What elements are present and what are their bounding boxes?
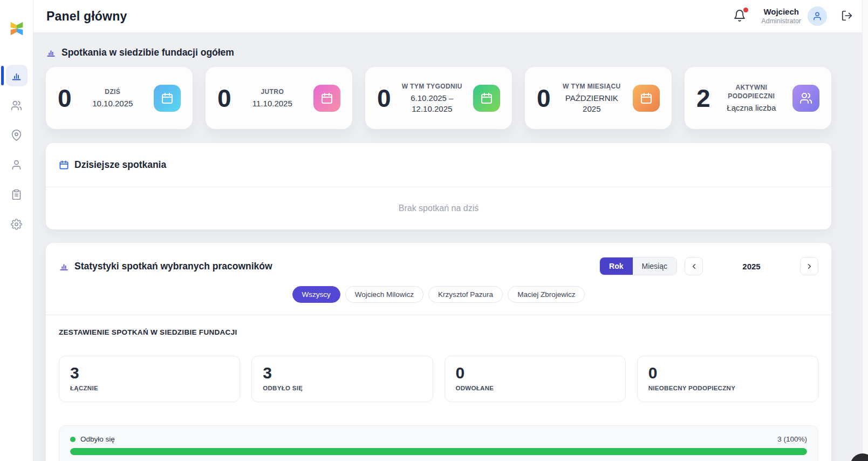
filter-chip-employee[interactable]: Maciej Zbrojewicz [508,286,585,303]
stat-value: 0 [537,84,551,113]
stat-label: JUTRO [237,87,308,96]
user-name: Wojciech [761,7,801,17]
sidebar-item-profile[interactable] [6,154,28,175]
summary-title: ZESTAWIENIE SPOTKAŃ W SIEDZIBIE FUNDACJI [59,328,818,336]
section-title: Statystyki spotkań wybranych pracowników [74,261,272,272]
bar-chart-icon [46,48,56,58]
calendar-icon [473,85,500,112]
summary-value: 3 [70,364,229,382]
user-role: Administrator [761,17,801,26]
summary-cards-row: 3 ŁĄCZNIE 3 ODBYŁO SIĘ 0 ODWOŁANE [59,356,818,402]
summary-value: 0 [648,364,807,382]
avatar[interactable] [808,6,827,26]
notification-dot [743,8,748,12]
map-pin-icon [11,130,22,141]
main-column: Panel główny Wojciech Administrator [33,0,868,461]
stats-header: Statystyki spotkań wybranych pracowników [59,261,272,272]
stat-label: DZIŚ [77,87,148,96]
user-icon [11,159,22,171]
stat-sublabel: 6.10.2025 – 12.10.2025 [397,93,468,114]
sidebar-item-dashboard[interactable] [6,65,28,86]
calendar-icon [154,85,181,112]
stat-sublabel: 10.10.2025 [77,98,148,109]
stat-card-tomorrow: 0 JUTRO 11.10.2025 [206,67,352,129]
progress-value: 3 (100%) [777,435,807,443]
summary-card-absent: 0 NIEOBECNY PODOPIECZNY [637,356,818,402]
stat-value: 0 [217,84,231,113]
summary-value: 0 [456,364,614,382]
filter-chip-employee[interactable]: Krzysztof Pazura [428,286,503,303]
progress-bar-fill [70,448,807,455]
filter-chip-employee[interactable]: Wojciech Milowicz [345,286,423,303]
clipboard-icon [11,189,22,200]
summary-label: ODBYŁO SIĘ [263,385,421,391]
overview-cards-row: 0 DZIŚ 10.10.2025 0 [46,67,831,129]
today-meetings-panel: Dzisiejsze spotkania Brak spotkań na dzi… [46,143,831,229]
sidebar-nav [6,65,28,235]
employee-filter-chips: Wszyscy Wojciech Milowicz Krzysztof Pazu… [59,286,818,303]
sidebar [0,0,33,461]
calendar-icon [313,85,340,112]
summary-card-cancelled: 0 ODWOŁANE [445,356,626,402]
bar-chart-icon [59,261,69,272]
today-meetings-header: Dzisiejsze spotkania [46,143,831,187]
section-title: Dzisiejsze spotkania [74,159,166,171]
progress-bar-track [70,448,807,455]
stat-value: 0 [58,84,72,113]
toggle-year-button[interactable]: Rok [600,257,632,275]
stats-controls: Rok Miesiąc [599,257,818,275]
logout-button[interactable] [841,10,854,23]
filter-chip-all[interactable]: Wszyscy [292,286,340,303]
sidebar-item-settings[interactable] [6,213,28,235]
calendar-icon [633,85,660,112]
sidebar-item-users[interactable] [6,94,28,116]
sidebar-item-reports[interactable] [6,184,28,205]
stats-panel: Statystyki spotkań wybranych pracowników… [46,243,831,461]
bar-chart-icon [11,70,22,82]
notifications-button[interactable] [733,9,747,23]
status-dot-green [70,437,76,442]
avatar-user-icon [812,11,822,21]
current-year-label: 2025 [710,262,792,271]
toggle-month-button[interactable]: Miesiąc [633,257,676,275]
progress-card: Odbyło się 3 (100%) [59,425,818,461]
section-title: Spotkania w siedzibie fundacji ogółem [61,47,234,58]
summary-card-held: 3 ODBYŁO SIĘ [251,356,433,402]
stat-card-this-week: 0 W TYM TYGODNIU 6.10.2025 – 12.10.2025 [365,67,512,129]
stat-card-this-month: 0 W TYM MIESIĄCU PAŹDZIERNIK 2025 [525,67,672,129]
prev-year-button[interactable] [685,257,703,275]
user-meta: Wojciech Administrator [761,7,801,25]
stat-card-active-wards: 2 AKTYWNI PODOPIECZNI Łączna liczba [685,67,831,129]
summary-label: ODWOŁANE [456,385,614,391]
users-icon [792,85,819,112]
header-actions: Wojciech Administrator [733,6,854,26]
chevron-left-icon [690,262,698,270]
users-icon [11,100,22,111]
stat-sublabel: PAŹDZIERNIK 2025 [556,93,627,114]
stat-label: AKTYWNI PODOPIECZNI [716,83,787,100]
meetings-overview-header: Spotkania w siedzibie fundacji ogółem [46,47,831,58]
stat-label: W TYM TYGODNIU [397,82,468,91]
summary-label: ŁĄCZNIE [70,385,229,391]
summary-value: 3 [263,364,421,382]
gear-icon [11,219,22,230]
user-block: Wojciech Administrator [761,6,827,26]
scrollbar[interactable] [862,0,868,461]
empty-state-text: Brak spotkań na dziś [399,204,479,213]
app-root: Panel główny Wojciech Administrator [0,0,868,461]
page-title: Panel główny [46,9,127,24]
stat-value: 0 [377,84,391,113]
sidebar-item-locations[interactable] [6,124,28,146]
butterfly-logo [8,19,26,38]
top-header: Panel główny Wojciech Administrator [33,0,868,33]
logout-icon [841,10,854,22]
stat-sublabel: Łączna liczba [716,103,787,113]
stat-label: W TYM MIESIĄCU [556,82,627,91]
next-year-button[interactable] [800,257,818,275]
main-content: Spotkania w siedzibie fundacji ogółem 0 … [33,33,868,461]
stat-sublabel: 11.10.2025 [237,98,308,109]
calendar-icon [59,160,69,170]
progress-label: Odbyło się [80,435,115,443]
chevron-right-icon [805,262,814,270]
stat-card-today: 0 DZIŚ 10.10.2025 [46,67,193,129]
